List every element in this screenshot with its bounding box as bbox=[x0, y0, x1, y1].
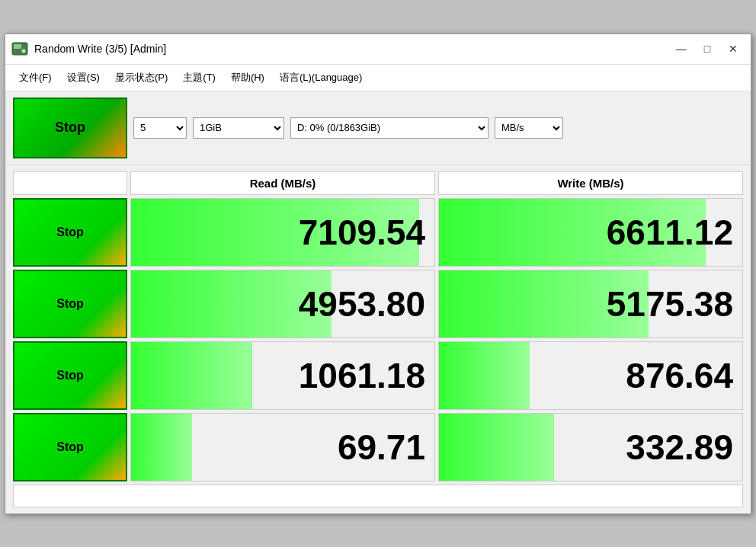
stop-button-2[interactable]: Stop bbox=[13, 270, 127, 338]
table-row: Stop 69.71 332.89 bbox=[13, 413, 743, 481]
unit-select[interactable]: MB/s bbox=[495, 117, 563, 139]
menu-item-P[interactable]: 显示状态(P) bbox=[107, 68, 175, 88]
write-value-1: 6611.12 bbox=[607, 212, 733, 253]
table-header: Read (MB/s) Write (MB/s) bbox=[13, 171, 743, 195]
minimize-button[interactable]: — bbox=[670, 40, 693, 58]
main-stop-button[interactable]: Stop bbox=[13, 98, 127, 158]
write-bar-4 bbox=[439, 414, 554, 481]
table-row: Stop 7109.54 6611.12 bbox=[13, 198, 743, 267]
menu-item-S[interactable]: 设置(S) bbox=[59, 68, 107, 88]
menu-bar: 文件(F)设置(S)显示状态(P)主題(T)帮助(H)语言(L)(Languag… bbox=[5, 65, 751, 91]
svg-rect-1 bbox=[14, 44, 21, 49]
menu-item-H[interactable]: 帮助(H) bbox=[223, 68, 272, 88]
read-bar-4 bbox=[131, 414, 192, 481]
svg-point-2 bbox=[21, 49, 26, 53]
size-select[interactable]: 1GiB bbox=[193, 117, 284, 139]
read-value-3: 1061.18 bbox=[299, 355, 425, 396]
write-cell-1: 6611.12 bbox=[438, 198, 743, 267]
read-value-4: 69.71 bbox=[338, 427, 425, 468]
title-left: Random Write (3/5) [Admin] bbox=[11, 40, 166, 57]
header-write: Write (MB/s) bbox=[438, 171, 743, 195]
menu-item-F[interactable]: 文件(F) bbox=[11, 68, 59, 88]
read-value-1: 7109.54 bbox=[299, 212, 425, 253]
menu-item-LLanguage[interactable]: 语言(L)(Language) bbox=[272, 68, 370, 88]
header-empty bbox=[13, 171, 127, 195]
write-bar-3 bbox=[439, 342, 530, 409]
title-text: Random Write (3/5) [Admin] bbox=[34, 43, 166, 55]
read-cell-2: 4953.80 bbox=[130, 270, 435, 338]
stop-button-1[interactable]: Stop bbox=[13, 198, 127, 267]
app-window: Random Write (3/5) [Admin] — □ ✕ 文件(F)设置… bbox=[5, 34, 751, 514]
stop-button-3[interactable]: Stop bbox=[13, 341, 127, 410]
status-bar bbox=[13, 485, 743, 507]
write-value-2: 5175.38 bbox=[607, 283, 733, 325]
table-row: Stop 1061.18 876.64 bbox=[13, 341, 743, 410]
read-cell-4: 69.71 bbox=[130, 413, 435, 481]
read-cell-3: 1061.18 bbox=[130, 341, 435, 410]
maximize-button[interactable]: □ bbox=[696, 40, 719, 58]
title-controls: — □ ✕ bbox=[670, 40, 745, 58]
write-value-3: 876.64 bbox=[626, 355, 733, 396]
table-row: Stop 4953.80 5175.38 bbox=[13, 270, 743, 338]
read-value-2: 4953.80 bbox=[299, 283, 425, 325]
toolbar: Stop 5 1GiB D: 0% (0/1863GiB) MB/s bbox=[5, 91, 751, 165]
read-bar-3 bbox=[131, 342, 252, 409]
write-value-4: 332.89 bbox=[626, 427, 733, 468]
title-bar: Random Write (3/5) [Admin] — □ ✕ bbox=[5, 34, 751, 65]
menu-item-T[interactable]: 主題(T) bbox=[175, 68, 223, 88]
write-cell-2: 5175.38 bbox=[438, 270, 743, 338]
drive-select[interactable]: D: 0% (0/1863GiB) bbox=[290, 117, 489, 139]
header-read: Read (MB/s) bbox=[130, 171, 435, 195]
write-cell-3: 876.64 bbox=[438, 341, 743, 410]
write-cell-4: 332.89 bbox=[438, 413, 743, 481]
count-select[interactable]: 5 bbox=[133, 117, 187, 139]
disk-icon bbox=[11, 40, 28, 57]
stop-button-4[interactable]: Stop bbox=[13, 413, 127, 481]
main-content: Read (MB/s) Write (MB/s) Stop 7109.54 66… bbox=[5, 165, 751, 513]
read-cell-1: 7109.54 bbox=[130, 198, 435, 267]
close-button[interactable]: ✕ bbox=[722, 40, 745, 58]
